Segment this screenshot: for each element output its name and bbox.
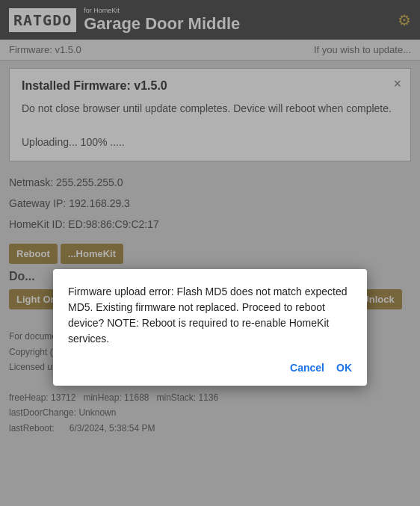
error-dialog-actions: Cancel OK <box>68 362 352 374</box>
error-dialog-message: Firmware upload error: Flash MD5 does no… <box>68 284 352 347</box>
error-dialog: Firmware upload error: Flash MD5 does no… <box>53 269 367 386</box>
ok-button[interactable]: OK <box>336 362 352 374</box>
modal-overlay <box>0 0 420 506</box>
cancel-button[interactable]: Cancel <box>290 362 324 374</box>
